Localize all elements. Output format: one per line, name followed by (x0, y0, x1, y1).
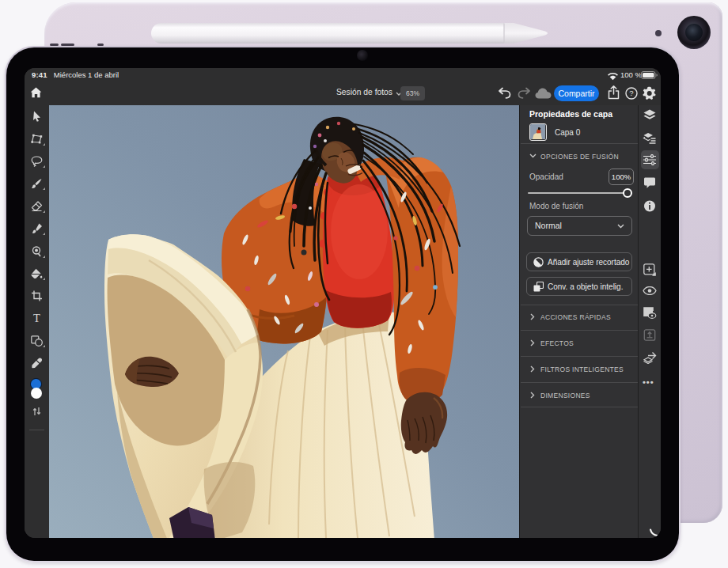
svg-text:?: ? (629, 89, 633, 97)
svg-text:T: T (33, 312, 40, 324)
